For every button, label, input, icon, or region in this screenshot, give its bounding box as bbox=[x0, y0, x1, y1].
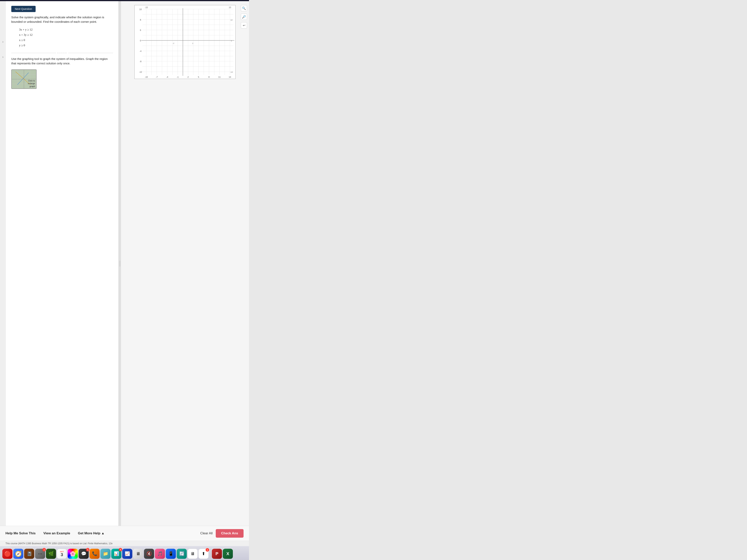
inequality-3: x ≥ 0 bbox=[19, 37, 113, 43]
dock-item-app1[interactable]: 🌿 bbox=[46, 549, 56, 559]
dock-item-upload[interactable]: ⬆ 1 bbox=[199, 549, 209, 559]
instruction-text: Use the graphing tool to graph the syste… bbox=[11, 57, 113, 65]
svg-text:-4: -4 bbox=[139, 50, 141, 52]
svg-text:-7: -7 bbox=[156, 76, 158, 78]
svg-text:11: 11 bbox=[218, 76, 221, 78]
dock-item-sync[interactable]: 🔄 bbox=[177, 549, 187, 559]
left-chevron-bottom[interactable]: › bbox=[2, 55, 3, 59]
dock-item-stocks[interactable]: 📈 bbox=[122, 549, 132, 559]
svg-text:2: 2 bbox=[192, 42, 194, 44]
svg-text:-10: -10 bbox=[145, 76, 148, 78]
svg-text:14: 14 bbox=[229, 76, 231, 78]
content-area: › › Next Question Solve the system graph… bbox=[0, 1, 249, 526]
svg-text:6: 6 bbox=[140, 29, 141, 31]
dock-item-finder[interactable]: 🔴 bbox=[2, 549, 12, 559]
svg-text:5: 5 bbox=[198, 76, 199, 78]
check-answer-button[interactable]: Check Ans bbox=[216, 529, 243, 538]
svg-text:0: 0 bbox=[231, 40, 232, 42]
svg-text:-12: -12 bbox=[139, 71, 142, 73]
svg-text:-10: -10 bbox=[230, 71, 233, 73]
svg-text:-1: -1 bbox=[177, 76, 179, 78]
dock-item-launchpad[interactable]: ⋯ 1 bbox=[35, 549, 45, 559]
dock-item-phone[interactable]: 📞 bbox=[89, 549, 100, 559]
svg-text:2: 2 bbox=[187, 76, 189, 78]
svg-text:8: 8 bbox=[208, 76, 209, 78]
inequality-2: x + 3y ≥ 12 bbox=[19, 32, 113, 37]
svg-text:10: 10 bbox=[139, 8, 141, 10]
view-example-button[interactable]: View an Example bbox=[43, 530, 74, 537]
dock-badge-upload: 1 bbox=[206, 548, 209, 552]
dock-item-excel[interactable]: X bbox=[223, 549, 233, 559]
dock-badge-messages: 1 bbox=[86, 548, 89, 552]
dock-bar: 🔴 🧭 📓 ⋯ 1 🌿 OCT 3 🌸 💬 1 📞 bbox=[0, 546, 249, 560]
graph-thumbnail[interactable]: Click toenlargegraph bbox=[11, 70, 36, 89]
zoom-out-icon[interactable]: 🔎 bbox=[241, 14, 247, 20]
dock-item-powerpoint[interactable]: P bbox=[212, 549, 222, 559]
enlarge-label: Click toenlargegraph bbox=[28, 79, 35, 88]
dock-item-messages[interactable]: 💬 1 bbox=[79, 549, 89, 559]
svg-text:-10: -10 bbox=[145, 6, 148, 8]
graph-container[interactable]: -10 -7 -4 -1 2 5 8 11 14 10 8 6 0 -4 -8 bbox=[134, 5, 236, 79]
question-text: Solve the system graphically, and indica… bbox=[11, 15, 113, 24]
clear-all-button[interactable]: Clear All bbox=[197, 530, 215, 537]
dock-badge-charts: 4 bbox=[119, 548, 122, 552]
get-more-help-button[interactable]: Get More Help ▲ bbox=[78, 530, 108, 537]
dock-item-mute[interactable]: 🔇 bbox=[144, 549, 154, 559]
dock-separator bbox=[210, 549, 210, 557]
zoom-in-icon[interactable]: 🔍 bbox=[241, 5, 247, 11]
svg-text:-2: -2 bbox=[173, 42, 174, 44]
rotate-icon[interactable]: ↩ bbox=[241, 22, 247, 28]
svg-text:10: 10 bbox=[230, 19, 233, 21]
dock-item-appstore[interactable]: 📱 bbox=[166, 549, 176, 559]
svg-text:-4: -4 bbox=[166, 76, 168, 78]
dock-item-notes[interactable]: 📓 bbox=[24, 549, 34, 559]
graph-area: 🔍 🔎 ↩ bbox=[121, 1, 249, 526]
svg-text:0: 0 bbox=[140, 39, 141, 42]
footer-text: This course (MATH 1395 Business Math TR … bbox=[0, 541, 249, 546]
question-panel: Next Question Solve the system graphical… bbox=[6, 1, 119, 526]
left-sidebar: › › bbox=[0, 1, 6, 526]
right-tools: 🔍 🔎 ↩ bbox=[241, 5, 247, 28]
dock-item-charts[interactable]: 📊 4 bbox=[111, 549, 121, 559]
panel-divider[interactable] bbox=[119, 1, 121, 526]
next-question-button[interactable]: Next Question bbox=[11, 6, 35, 12]
svg-text:-8: -8 bbox=[139, 60, 141, 62]
dock-item-display[interactable]: 🖥 bbox=[187, 549, 198, 559]
dock-item-screen[interactable]: 🖥 bbox=[133, 549, 143, 559]
dock-item-safari[interactable]: 🧭 bbox=[13, 549, 23, 559]
dock-item-calendar[interactable]: OCT 3 bbox=[57, 549, 67, 559]
help-me-solve-button[interactable]: Help Me Solve This bbox=[5, 530, 40, 537]
inequality-4: y ≥ 0 bbox=[19, 43, 113, 48]
left-chevron-top[interactable]: › bbox=[2, 40, 3, 44]
inequalities-block: 3x + y ≥ 12 x + 3y ≥ 12 x ≥ 0 y ≥ 0 bbox=[19, 27, 113, 48]
dock-item-music[interactable]: 🎵 bbox=[155, 549, 165, 559]
svg-rect-9 bbox=[135, 5, 235, 79]
svg-text:10: 10 bbox=[229, 6, 231, 8]
svg-text:8: 8 bbox=[140, 19, 141, 21]
dock-badge-launchpad: 1 bbox=[43, 548, 46, 552]
dock-item-files[interactable]: 📁 bbox=[100, 549, 110, 559]
inequality-1: 3x + y ≥ 12 bbox=[19, 27, 113, 32]
dock-item-photos[interactable]: 🌸 bbox=[68, 549, 78, 559]
bottom-bar: Help Me Solve This View an Example Get M… bbox=[0, 526, 249, 541]
main-wrapper: › › Next Question Solve the system graph… bbox=[0, 0, 249, 560]
